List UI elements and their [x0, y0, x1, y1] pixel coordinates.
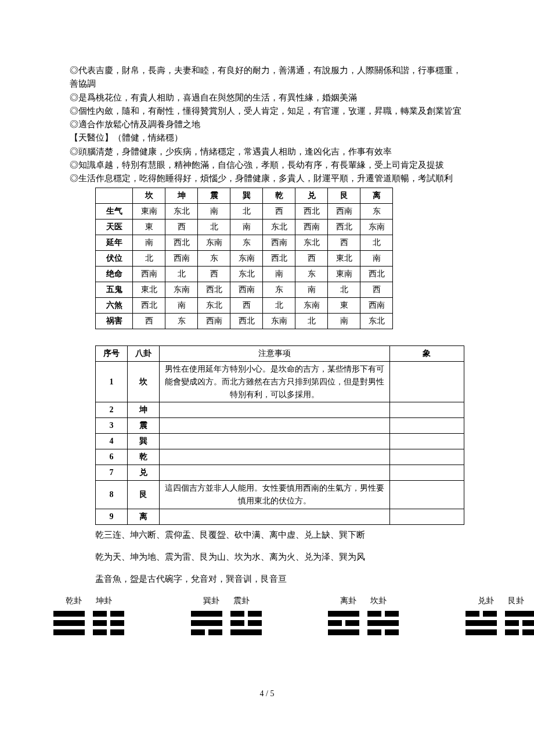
- cell: [389, 362, 464, 402]
- cell: 西北: [328, 219, 360, 235]
- cell: [389, 481, 464, 509]
- trigram-kun: [93, 611, 124, 635]
- table-row: 延年南西北东南东西南东北西北: [96, 235, 393, 251]
- trigram-qian: [53, 611, 85, 635]
- para-4: ◎適合作放鬆心情及調養身體之地: [70, 118, 464, 131]
- broken-line: [191, 629, 222, 635]
- cell: [159, 509, 389, 524]
- cell: 南: [133, 235, 165, 251]
- gua-label-dui: 兑卦: [478, 595, 494, 607]
- cell: 东北: [198, 298, 230, 314]
- table-row: 4巽: [96, 434, 464, 449]
- table-row: 8艮這四個吉方並非人人能用。女性要慎用西南的生氣方，男性要慎用東北的伏位方。: [96, 481, 464, 509]
- row-label: 五鬼: [96, 282, 133, 298]
- para-7: ◎知識卓越，特別有慧眼，精神飽滿，自信心強，孝順，長幼有序，有長輩緣，受上司肯定…: [70, 159, 464, 172]
- solid-line: [53, 611, 85, 617]
- cell: 东南: [165, 282, 198, 298]
- cell: 东: [295, 267, 328, 282]
- cell: 西南: [165, 251, 198, 267]
- cell: 南: [165, 298, 198, 314]
- table-row: 3震: [96, 418, 464, 434]
- hdr-kun: 坤: [165, 188, 198, 204]
- cell: 东南: [198, 235, 230, 251]
- broken-line: [466, 611, 497, 617]
- row-label: 伏位: [96, 251, 133, 267]
- cell: 東北: [133, 282, 165, 298]
- para-3: ◎個性內斂，隨和，有耐性，懂得贊賞別人，受人肯定，知足，有官運，攷運，昇職，轉業…: [70, 105, 464, 118]
- solid-line: [53, 629, 85, 635]
- table-row: 1坎男性在使用延年方特別小心。是坎命的吉方，某些情形下有可能會變成凶方。而北方雖…: [96, 362, 464, 402]
- cell: 北: [360, 235, 393, 251]
- cell: [389, 418, 464, 434]
- gua-label-zhen: 震卦: [233, 595, 250, 607]
- cell: 西南: [133, 267, 165, 282]
- cell: 西北: [165, 235, 198, 251]
- hdr-gen: 艮: [328, 188, 360, 204]
- table-row: 生气東南东北南北西西北西南东: [96, 204, 393, 219]
- cell: 西南: [295, 219, 328, 235]
- para-8: ◎生活作息穩定，吃得飽睡得好，煩惱少，身體健康，多貴人，財運平順，升遷管道順暢，…: [70, 172, 464, 185]
- cell: 3: [96, 418, 128, 434]
- cell: [389, 402, 464, 418]
- hdr-kan: 坎: [133, 188, 165, 204]
- cell: 东: [198, 251, 230, 267]
- para-1: ◎代表吉慶，財帛，長壽，夫妻和睦，有良好的耐力，善溝通，有說服力，人際關係和諧，…: [70, 64, 464, 91]
- cell: [389, 509, 464, 524]
- cell: 东北: [295, 235, 328, 251]
- gua-label-kun: 坤卦: [96, 595, 112, 607]
- hdr-blank: [96, 188, 133, 204]
- cell: 东: [230, 235, 263, 251]
- table-row: 天医東西北南东北西南西北东南: [96, 219, 393, 235]
- cell: [159, 434, 389, 449]
- solid-line: [191, 611, 222, 617]
- cell: 东北: [263, 219, 295, 235]
- cell: 西: [263, 204, 295, 219]
- gua-pair: 离卦坎卦: [328, 595, 399, 635]
- cell: [159, 402, 389, 418]
- gua-pair: 巽卦震卦: [191, 595, 262, 635]
- solid-line: [328, 629, 359, 635]
- trigram-gen: [505, 611, 534, 635]
- cell: 東: [133, 219, 165, 235]
- hdr-li: 离: [360, 188, 393, 204]
- table-row: 7兑: [96, 465, 464, 481]
- cell: 男性在使用延年方特別小心。是坎命的吉方，某些情形下有可能會變成凶方。而北方雖然在…: [159, 362, 389, 402]
- cell: 东北: [230, 267, 263, 282]
- cell: 艮: [127, 481, 159, 509]
- hdr-xun: 巽: [230, 188, 263, 204]
- solid-line: [466, 620, 497, 626]
- cell: 西南: [198, 314, 230, 329]
- cell: 东: [360, 204, 393, 219]
- mnemonic-2: 乾为天、坤为地、震为雷、艮为山、坎为水、离为火、兑为泽、巽为风: [95, 550, 464, 564]
- cell: 西南: [263, 235, 295, 251]
- cell: 离: [127, 509, 159, 524]
- trigram-li: [328, 611, 359, 635]
- table-header-row: 序号 八卦 注意事项 象: [96, 346, 464, 362]
- cell: 北: [165, 267, 198, 282]
- cell: 北: [133, 251, 165, 267]
- broken-line: [230, 620, 262, 626]
- cell: 北: [230, 204, 263, 219]
- direction-table: 坎 坤 震 巽 乾 兑 艮 离 生气東南东北南北西西北西南东天医東西北南东北西南…: [95, 188, 393, 329]
- cell: 西北: [360, 267, 393, 282]
- cell: 南: [295, 282, 328, 298]
- cell: 4: [96, 434, 128, 449]
- cell: 北: [263, 298, 295, 314]
- table-row: 五鬼東北东南西北西南东南北西: [96, 282, 393, 298]
- cell: 西北: [230, 314, 263, 329]
- broken-line: [367, 629, 399, 635]
- cell: 東南: [328, 267, 360, 282]
- cell: 西北: [263, 251, 295, 267]
- trigram-zhen: [230, 611, 262, 635]
- hdr-no: 序号: [96, 346, 128, 362]
- gua-diagrams: 乾卦坤卦巽卦震卦离卦坎卦兑卦艮卦: [53, 595, 534, 635]
- cell: 7: [96, 465, 128, 481]
- broken-line: [230, 611, 262, 617]
- hdr-qian: 乾: [263, 188, 295, 204]
- cell: 南: [263, 267, 295, 282]
- cell: 南: [230, 219, 263, 235]
- cell: 兑: [127, 465, 159, 481]
- cell: 东北: [360, 314, 393, 329]
- solid-line: [505, 611, 534, 617]
- hdr-zhen: 震: [198, 188, 230, 204]
